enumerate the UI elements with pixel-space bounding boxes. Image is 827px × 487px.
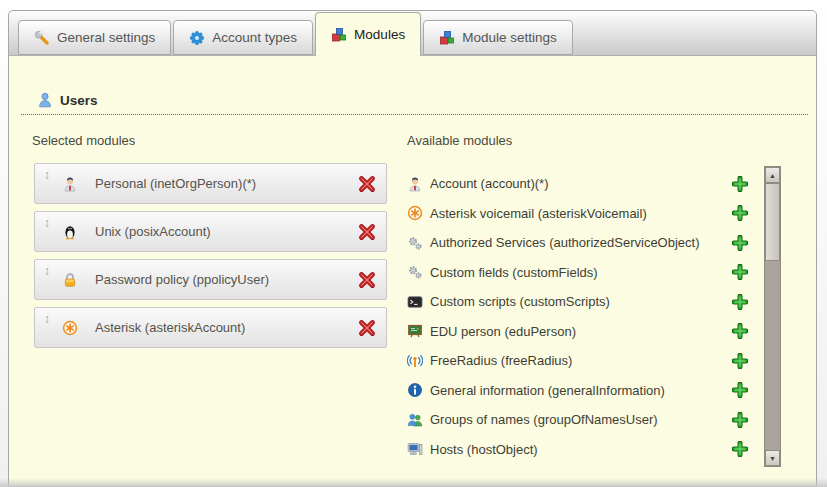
tab-general-settings[interactable]: General settings — [18, 20, 171, 55]
scroll-up-button[interactable]: ▲ — [765, 167, 780, 183]
antenna-icon — [407, 353, 423, 369]
add-module-button[interactable] — [732, 264, 748, 280]
add-module-button[interactable] — [732, 294, 748, 310]
available-module-row: FreeRadius (freeRadius) — [407, 346, 748, 376]
module-label: Unix (posixAccount) — [95, 224, 211, 239]
scroll-down-button[interactable]: ▼ — [765, 450, 780, 466]
add-module-button[interactable] — [732, 205, 748, 221]
add-module-button[interactable] — [732, 353, 748, 369]
padlock-icon — [62, 272, 78, 288]
modules-icon — [331, 27, 347, 43]
available-modules-scrollbar[interactable]: ▲ ▼ — [764, 166, 781, 467]
add-module-button[interactable] — [732, 323, 748, 339]
tab-label: General settings — [57, 30, 155, 45]
tab-label: Account types — [212, 30, 297, 45]
selected-modules-list: ↕ Personal (inetOrgPerson)(*) ↕ Unix (po… — [34, 163, 387, 355]
user-icon — [37, 92, 53, 108]
tab-label: Modules — [354, 27, 405, 42]
module-label: Hosts (hostObject) — [430, 442, 538, 457]
module-label: Groups of names (groupOfNamesUser) — [430, 412, 658, 427]
tab-label: Module settings — [462, 30, 557, 45]
remove-module-button[interactable] — [358, 319, 376, 337]
available-module-row: Custom scripts (customScripts) — [407, 287, 748, 317]
scroll-down-icon: ▼ — [769, 455, 776, 462]
selected-modules-label: Selected modules — [32, 133, 135, 148]
module-label: EDU person (eduPerson) — [430, 324, 576, 339]
module-label: Asterisk (asteriskAccount) — [95, 320, 245, 335]
available-module-row: Account (account)(*) — [407, 169, 748, 199]
selected-module-row: ↕ Password policy (ppolicyUser) — [34, 259, 387, 300]
tab-account-types[interactable]: Account types — [173, 20, 313, 55]
available-modules-list: Account (account)(*) Asterisk voicemail … — [407, 169, 748, 464]
add-module-button[interactable] — [732, 441, 748, 457]
scrollbar-thumb[interactable] — [765, 183, 780, 261]
add-module-button[interactable] — [732, 176, 748, 192]
module-label: Personal (inetOrgPerson)(*) — [95, 176, 256, 191]
module-label: Custom fields (customFields) — [430, 265, 598, 280]
module-label: Asterisk voicemail (asteriskVoicemail) — [430, 206, 647, 221]
module-label: FreeRadius (freeRadius) — [430, 353, 572, 368]
asterisk-icon — [62, 320, 78, 336]
add-module-button[interactable] — [732, 235, 748, 251]
selected-module-row: ↕ Personal (inetOrgPerson)(*) — [34, 163, 387, 204]
add-module-button[interactable] — [732, 412, 748, 428]
tab-module-settings[interactable]: Module settings — [423, 20, 573, 55]
module-label: Account (account)(*) — [430, 176, 549, 191]
module-label: Authorized Services (authorizedServiceOb… — [430, 235, 700, 250]
asterisk-icon — [407, 205, 423, 221]
scroll-up-icon: ▲ — [769, 172, 776, 179]
add-module-button[interactable] — [732, 382, 748, 398]
available-module-row: Authorized Services (authorizedServiceOb… — [407, 228, 748, 258]
gears-icon — [407, 264, 423, 280]
available-module-row: Asterisk voicemail (asteriskVoicemail) — [407, 199, 748, 229]
selected-module-row: ↕ Unix (posixAccount) — [34, 211, 387, 252]
remove-module-button[interactable] — [358, 175, 376, 193]
drag-handle-icon[interactable]: ↕ — [41, 313, 53, 325]
chalkboard-icon — [407, 323, 423, 339]
module-label: General information (generalInformation) — [430, 383, 665, 398]
modules-icon — [439, 30, 455, 46]
computer-icon — [407, 441, 423, 457]
available-module-row: Custom fields (customFields) — [407, 258, 748, 288]
available-module-row: EDU person (eduPerson) — [407, 317, 748, 347]
gear-icon — [189, 30, 205, 46]
drag-handle-icon[interactable]: ↕ — [41, 217, 53, 229]
lam-configuration-page: General settings Account types Modules M… — [0, 0, 827, 487]
available-module-row: Hosts (hostObject) — [407, 435, 748, 465]
person-icon — [407, 176, 423, 192]
terminal-icon — [407, 294, 423, 310]
remove-module-button[interactable] — [358, 223, 376, 241]
remove-module-button[interactable] — [358, 271, 376, 289]
gears-icon — [407, 235, 423, 251]
person-icon — [62, 176, 78, 192]
penguin-icon — [62, 224, 78, 240]
tab-modules[interactable]: Modules — [315, 12, 421, 56]
group-icon — [407, 412, 423, 428]
config-panel: General settings Account types Modules M… — [8, 10, 817, 487]
drag-handle-icon[interactable]: ↕ — [41, 265, 53, 277]
section-title: Users — [60, 93, 98, 108]
selected-module-row: ↕ Asterisk (asteriskAccount) — [34, 307, 387, 348]
available-module-row: Groups of names (groupOfNamesUser) — [407, 405, 748, 435]
wrench-icon — [34, 30, 50, 46]
module-label: Custom scripts (customScripts) — [430, 294, 610, 309]
module-label: Password policy (ppolicyUser) — [95, 272, 269, 287]
available-modules-label: Available modules — [407, 133, 512, 148]
available-module-row: General information (generalInformation) — [407, 376, 748, 406]
drag-handle-icon[interactable]: ↕ — [41, 169, 53, 181]
tab-bar: General settings Account types Modules M… — [9, 11, 816, 56]
info-icon — [407, 382, 423, 398]
users-section-heading: Users — [21, 92, 808, 115]
